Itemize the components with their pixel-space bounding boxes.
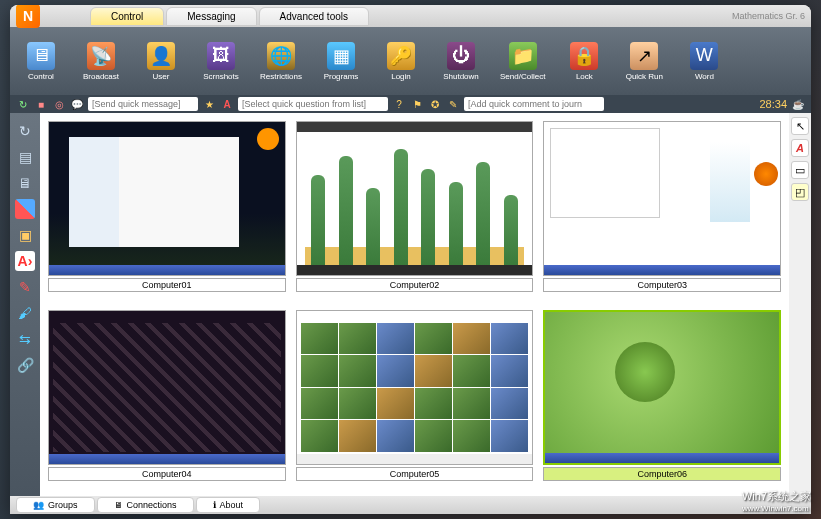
tool-lock[interactable]: 🔒Lock xyxy=(563,42,605,81)
computer-label: Computer02 xyxy=(296,278,534,292)
tool-screenshots[interactable]: 🖼Scrnshots xyxy=(200,42,242,81)
side-layers-icon[interactable]: ▤ xyxy=(15,147,35,167)
side-font-icon[interactable]: A› xyxy=(15,251,35,271)
monitor-icon: 🖥 xyxy=(114,500,123,510)
font-icon[interactable]: A xyxy=(220,97,234,111)
computer-label: Computer06 xyxy=(543,467,781,481)
side-refresh-icon[interactable]: ↻ xyxy=(15,121,35,141)
annotate-icon[interactable]: A xyxy=(791,139,809,157)
side-grid-icon[interactable] xyxy=(15,199,35,219)
bottom-tab-about[interactable]: ℹAbout xyxy=(196,497,261,513)
watermark: Win7系统之家 www.Winwin7.com xyxy=(742,489,811,513)
tab-control[interactable]: Control xyxy=(90,7,164,26)
question-icon[interactable]: ? xyxy=(392,97,406,111)
rectangle-icon[interactable]: ▭ xyxy=(791,161,809,179)
tool-programs[interactable]: ▦Programs xyxy=(320,42,362,81)
tool-login[interactable]: 🔑Login xyxy=(380,42,422,81)
note-icon[interactable]: ✎ xyxy=(446,97,460,111)
app-window: N Control Messaging Advanced tools Mathe… xyxy=(10,5,811,514)
computer-thumb[interactable]: Computer02 xyxy=(296,121,534,300)
computer-label: Computer01 xyxy=(48,278,286,292)
tool-control[interactable]: 🖥Control xyxy=(20,42,62,81)
stop-icon[interactable]: ■ xyxy=(34,97,48,111)
sticky-icon[interactable]: ◰ xyxy=(791,183,809,201)
title-bar: N Control Messaging Advanced tools Mathe… xyxy=(10,5,811,27)
tab-messaging[interactable]: Messaging xyxy=(166,7,256,26)
computer-label: Computer03 xyxy=(543,278,781,292)
computer-thumb[interactable]: Computer05 xyxy=(296,310,534,489)
computer-thumb[interactable]: Computer04 xyxy=(48,310,286,489)
target-icon[interactable]: ◎ xyxy=(52,97,66,111)
chat-icon[interactable]: 💬 xyxy=(70,97,84,111)
quick-question-input[interactable] xyxy=(238,97,388,111)
info-icon: ℹ xyxy=(213,500,216,510)
tool-user[interactable]: 👤User xyxy=(140,42,182,81)
lesson-timer: 28:34 xyxy=(759,98,787,110)
side-brush-icon[interactable]: 🖌 xyxy=(15,303,35,323)
badge-icon[interactable]: ✪ xyxy=(428,97,442,111)
sub-toolbar: ↻ ■ ◎ 💬 ★ A ? ⚑ ✪ ✎ 28:34 ☕ xyxy=(10,95,811,113)
bottom-tab-connections[interactable]: 🖥Connections xyxy=(97,497,194,513)
group-icon: 👥 xyxy=(33,500,44,510)
flag-icon[interactable]: ⚑ xyxy=(410,97,424,111)
timer-icon[interactable]: ☕ xyxy=(791,97,805,111)
computer-label: Computer05 xyxy=(296,467,534,481)
cursor-icon[interactable]: ↖ xyxy=(791,117,809,135)
main-toolbar: 🖥Control 📡Broadcast 👤User 🖼Scrnshots 🌐Re… xyxy=(10,27,811,95)
computer-thumb-selected[interactable]: Computer06 xyxy=(543,310,781,489)
bottom-tab-groups[interactable]: 👥Groups xyxy=(16,497,95,513)
side-toolbar: ↻ ▤ 🖥 ▣ A› ✎ 🖌 ⇆ 🔗 xyxy=(10,113,40,496)
refresh-icon[interactable]: ↻ xyxy=(16,97,30,111)
tab-advanced[interactable]: Advanced tools xyxy=(259,7,369,26)
computer-grid: Computer01 Computer02 Computer03 Compute… xyxy=(40,113,789,496)
bottom-bar: 👥Groups 🖥Connections ℹAbout xyxy=(10,496,811,514)
tool-restrictions[interactable]: 🌐Restrictions xyxy=(260,42,302,81)
tool-broadcast[interactable]: 📡Broadcast xyxy=(80,42,122,81)
computer-thumb[interactable]: Computer03 xyxy=(543,121,781,300)
tool-shutdown[interactable]: ⏻Shutdown xyxy=(440,42,482,81)
side-sync-icon[interactable]: ⇆ xyxy=(15,329,35,349)
tool-word[interactable]: WWord xyxy=(683,42,725,81)
side-monitor-icon[interactable]: 🖥 xyxy=(15,173,35,193)
tool-sendcollect[interactable]: 📁Send/Collect xyxy=(500,42,545,81)
quick-comment-input[interactable] xyxy=(464,97,604,111)
computer-label: Computer04 xyxy=(48,467,286,481)
app-logo: N xyxy=(16,5,40,28)
right-toolbar: ↖ A ▭ ◰ xyxy=(789,113,811,496)
main-area: ↻ ▤ 🖥 ▣ A› ✎ 🖌 ⇆ 🔗 Computer01 Computer02… xyxy=(10,113,811,496)
star-icon[interactable]: ★ xyxy=(202,97,216,111)
top-tabs: Control Messaging Advanced tools xyxy=(90,7,369,26)
tool-quickrun[interactable]: ↗Quick Run xyxy=(623,42,665,81)
side-pen-icon[interactable]: ✎ xyxy=(15,277,35,297)
quick-message-input[interactable] xyxy=(88,97,198,111)
computer-thumb[interactable]: Computer01 xyxy=(48,121,286,300)
side-link-icon[interactable]: 🔗 xyxy=(15,355,35,375)
title-subject: Mathematics Gr. 6 xyxy=(732,11,805,21)
side-present-icon[interactable]: ▣ xyxy=(15,225,35,245)
